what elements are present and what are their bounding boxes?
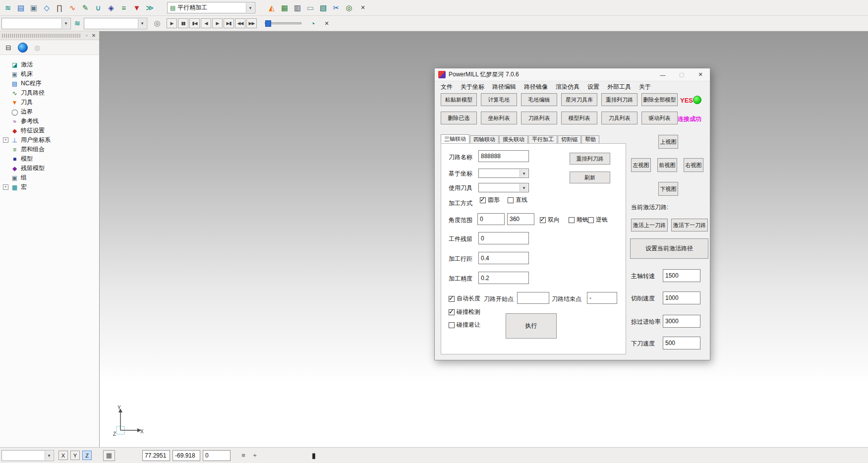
y-axis-button[interactable]: Y [70, 451, 80, 460]
maximize-button[interactable]: ▢ [672, 68, 691, 81]
pattern-draw-icon[interactable]: ✎ [79, 2, 91, 14]
tab-3axis[interactable]: 三轴联动 [441, 134, 469, 143]
menu-path-edit[interactable]: 路径编辑 [488, 81, 520, 93]
view-left-button[interactable]: 左视图 [631, 158, 651, 172]
tab-saw[interactable]: 切割锯 [558, 135, 581, 143]
delete-all-models-button[interactable]: 删除全部模型 [641, 93, 678, 106]
skim-feed-input[interactable]: 3000 [663, 315, 700, 328]
tool-select[interactable]: ▾ [478, 183, 529, 192]
step-last-button[interactable]: ▶▮ [224, 18, 234, 28]
minimize-button[interactable]: — [653, 68, 672, 81]
rearrange-button[interactable]: 重排列刀路 [570, 153, 610, 165]
boundary-icon[interactable]: ∪ [92, 2, 104, 14]
toolbar-close-button[interactable]: ✕ [358, 3, 367, 12]
explorer-header[interactable]: ▫ ✕ [0, 31, 99, 40]
chevron-down-icon[interactable]: ▾ [45, 451, 53, 460]
list-view-icon[interactable]: ≡ [239, 452, 248, 459]
refresh-button[interactable]: 刷新 [570, 172, 610, 183]
menu-file[interactable]: 文件 [437, 81, 457, 93]
fast-forward-button[interactable]: ▶▶ [246, 18, 257, 28]
circle-checkbox[interactable]: 圆形 [480, 196, 500, 204]
levels-edit-icon[interactable]: ≡ [118, 2, 130, 14]
paste-new-model-button[interactable]: 粘贴新模型 [441, 93, 477, 106]
plunge-speed-input[interactable]: 500 [663, 337, 700, 349]
menu-about[interactable]: 关于 [635, 81, 655, 93]
chevron-down-icon[interactable]: ▾ [138, 19, 146, 28]
clock-icon[interactable]: ◔ [307, 17, 319, 29]
simulation-slider[interactable] [265, 22, 301, 24]
execute-button[interactable]: 执行 [506, 313, 557, 339]
coord-z-field[interactable]: 0 [203, 450, 231, 461]
model-list-button[interactable]: 模型列表 [561, 112, 597, 124]
tree-item[interactable]: ◆特征设置 [3, 126, 99, 135]
strategy-preset-dropdown[interactable]: ▤ 平行精加工 ▾ [167, 2, 255, 13]
grid-toggle-button[interactable]: ▦ [103, 450, 115, 461]
chevron-down-icon[interactable]: ▾ [61, 19, 70, 28]
collision-check-checkbox[interactable]: 碰撞检测 [449, 308, 480, 316]
feature-icon[interactable]: ∏ [54, 2, 65, 14]
tool-change-icon[interactable]: ▼ [131, 2, 143, 14]
macro-icon[interactable]: ≋ [71, 17, 83, 29]
coord-y-field[interactable]: -69.918 [173, 450, 200, 461]
nc-program-dropdown[interactable]: ▾ [1, 18, 71, 29]
stepover-input[interactable]: 0.4 [478, 252, 529, 264]
tab-parallel[interactable]: 平行加工 [528, 135, 557, 143]
globe-icon[interactable] [17, 42, 29, 54]
tree-item[interactable]: ≡层和组合 [3, 145, 99, 154]
conventional-checkbox[interactable]: 逆铣 [588, 216, 608, 224]
macro-run-icon[interactable]: ≫ [144, 2, 156, 14]
tolerance-input[interactable]: 0.2 [478, 272, 529, 284]
toolpath-select-dropdown[interactable]: ▾ [84, 18, 147, 29]
tree-item[interactable]: ◯边界 [3, 107, 99, 116]
tree-item[interactable]: ▤NC程序 [3, 79, 99, 88]
tool-library-button[interactable]: 星河刀具库 [561, 93, 597, 106]
set-active-path-button[interactable]: 设置当前激活路径 [630, 238, 708, 259]
step-back-button[interactable]: ◀ [201, 18, 211, 28]
tree-item[interactable]: +▦宏 [3, 182, 99, 192]
activate-next-button[interactable]: 激活下一刀路 [671, 219, 708, 232]
cutting-speed-input[interactable]: 1000 [663, 291, 700, 304]
close-button[interactable]: ✕ [691, 68, 710, 81]
chevron-down-icon[interactable]: ▾ [246, 3, 254, 12]
dialog-titlebar[interactable]: PowerMILL 忆梦星河 7.0.6 — ▢ ✕ [435, 68, 710, 81]
mask-icon[interactable]: ◍ [31, 42, 43, 54]
menu-path-mirror[interactable]: 路径镜像 [520, 81, 552, 93]
probe-icon[interactable]: ◎ [151, 17, 163, 29]
start-point-input[interactable] [517, 292, 549, 304]
step-first-button[interactable]: ▮◀ [189, 18, 200, 28]
line-checkbox[interactable]: 直线 [508, 196, 527, 204]
chevron-down-icon[interactable]: ▾ [520, 184, 528, 191]
expand-icon[interactable]: + [3, 184, 8, 190]
print-icon[interactable]: ▣ [28, 2, 40, 14]
rearrange-toolpaths-button[interactable]: 重排列刀路 [601, 93, 637, 106]
view-bottom-button[interactable]: 下视图 [658, 182, 678, 196]
drag-grip[interactable] [2, 34, 80, 38]
tree-item[interactable]: ∿刀具路径 [3, 88, 99, 98]
rewind-button[interactable]: ◀◀ [235, 18, 245, 28]
tool-database-icon[interactable]: ◭ [266, 2, 278, 14]
chevron-down-icon[interactable]: ▾ [520, 170, 528, 177]
tree-item[interactable]: +⊥用户坐标系 [3, 135, 99, 145]
slider-handle[interactable] [265, 20, 271, 27]
tree-item[interactable]: ≈参考线 [3, 116, 99, 126]
climb-checkbox[interactable]: 顺铣 [569, 216, 588, 224]
tree-item[interactable]: ▼刀具 [3, 98, 99, 107]
tree-item[interactable]: ■模型 [3, 154, 99, 164]
drive-list-button[interactable]: 驱动列表 [641, 112, 678, 124]
compute-stock-button[interactable]: 计算毛坯 [481, 93, 517, 106]
toolpath-name-input[interactable]: 888888 [478, 150, 529, 162]
stock-input[interactable]: 0 [478, 232, 529, 244]
search-icon[interactable]: ◎ [343, 2, 355, 14]
tree-item[interactable]: ◪激活 [3, 60, 99, 69]
tree-item[interactable]: ▣组 [3, 173, 99, 182]
angle-start-input[interactable]: 0 [477, 213, 505, 225]
tool-list-button[interactable]: 刀具列表 [601, 112, 637, 124]
tab-4axis[interactable]: 四轴联动 [470, 135, 499, 143]
menu-settings[interactable]: 设置 [583, 81, 603, 93]
chart-icon[interactable]: ▧ [317, 2, 329, 14]
menu-coords[interactable]: 关于坐标 [457, 81, 488, 93]
view-front-button[interactable]: 前视图 [657, 158, 677, 172]
levels-icon[interactable]: ≋ [2, 2, 14, 14]
transform-icon[interactable]: ◈ [105, 2, 117, 14]
spindle-speed-input[interactable]: 1500 [663, 269, 700, 282]
